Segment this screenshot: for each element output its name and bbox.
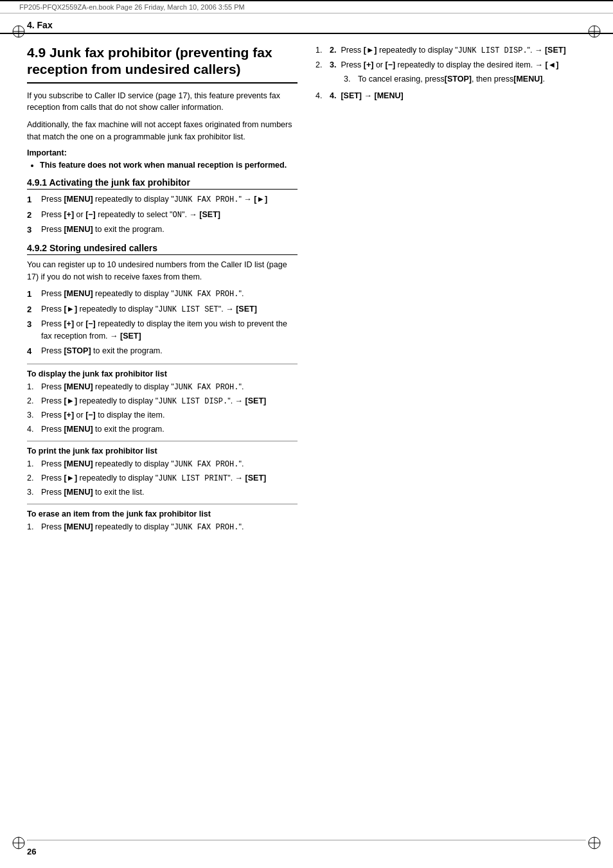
rstep-3: 3. Press [+] or [−] repeatedly to displa… [315, 59, 586, 87]
important-label: Important: [27, 148, 298, 157]
chapter-title: 4. Fax [27, 20, 53, 30]
step-2-3: Press [+] or [−] repeatedly to display t… [27, 318, 298, 342]
intro-para-1: If you subscribe to Caller ID service (p… [27, 90, 298, 114]
subsection2-intro: You can register up to 10 undesired numb… [27, 259, 298, 283]
important-list: This feature does not work when manual r… [27, 159, 298, 172]
crosshair-bottom-right [587, 836, 601, 850]
crosshair-top-right [587, 24, 601, 39]
subsection2-steps: Press [MENU] repeatedly to display "JUNK… [27, 288, 298, 357]
divider-2 [27, 441, 298, 441]
section-title: 4.9 Junk fax prohibitor (preventing fax … [27, 44, 298, 84]
subsection-4-9-1-title: 4.9.1 Activating the junk fax prohibitor [27, 177, 298, 190]
rstep-3-bullet-1: To cancel erasing, press [STOP], then pr… [344, 73, 586, 85]
erase-list-title: To erase an item from the junk fax prohi… [27, 509, 298, 518]
erase-list-steps: Press [MENU] repeatedly to display "JUNK… [27, 521, 298, 533]
step-1-2: Press [+] or [−] repeatedly to select "O… [27, 209, 298, 222]
page: FP205-PFQX2559ZA-en.book Page 26 Friday,… [0, 0, 613, 868]
print-list-title: To print the junk fax prohibitor list [27, 447, 298, 456]
step-2-1: Press [MENU] repeatedly to display "JUNK… [27, 288, 298, 301]
dstep-2: Press [►] repeatedly to display "JUNK LI… [27, 395, 298, 407]
left-column: 4.9 Junk fax prohibitor (preventing fax … [27, 44, 298, 538]
print-list-steps: Press [MENU] repeatedly to display "JUNK… [27, 458, 298, 499]
subsection1-steps: Press [MENU] repeatedly to display "JUNK… [27, 193, 298, 236]
bottom-divider [27, 840, 586, 841]
content-area: 4.9 Junk fax prohibitor (preventing fax … [0, 34, 613, 549]
step-1-1: Press [MENU] repeatedly to display "JUNK… [27, 193, 298, 206]
pstep-2: Press [►] repeatedly to display "JUNK LI… [27, 472, 298, 484]
rstep-3-bullets: To cancel erasing, press [STOP], then pr… [330, 73, 586, 85]
right-col-steps: 2. Press [►] repeatedly to display "JUNK… [315, 44, 586, 102]
crosshair-top-left [12, 24, 26, 39]
step-1-3: Press [MENU] to exit the program. [27, 224, 298, 236]
estep-1: Press [MENU] repeatedly to display "JUNK… [27, 521, 298, 533]
display-list-steps: Press [MENU] repeatedly to display "JUNK… [27, 381, 298, 436]
pstep-1: Press [MENU] repeatedly to display "JUNK… [27, 458, 298, 470]
subsection-4-9-2-title: 4.9.2 Storing undesired callers [27, 243, 298, 255]
crosshair-bottom-left [12, 836, 26, 850]
intro-para-2: Additionally, the fax machine will not a… [27, 119, 298, 143]
rstep-4: 4. [SET] → [MENU] [315, 90, 586, 102]
top-bar: FP205-PFQX2559ZA-en.book Page 26 Friday,… [0, 0, 613, 13]
divider-3 [27, 504, 298, 504]
dstep-3: Press [+] or [−] to display the item. [27, 409, 298, 421]
pstep-3: Press [MENU] to exit the list. [27, 486, 298, 499]
important-list-item: This feature does not work when manual r… [40, 159, 298, 172]
dstep-4: Press [MENU] to exit the program. [27, 423, 298, 436]
right-column: 2. Press [►] repeatedly to display "JUNK… [315, 44, 586, 538]
file-info: FP205-PFQX2559ZA-en.book Page 26 Friday,… [19, 3, 245, 11]
rstep-2: 2. Press [►] repeatedly to display "JUNK… [315, 44, 586, 57]
dstep-1: Press [MENU] repeatedly to display "JUNK… [27, 381, 298, 393]
display-list-title: To display the junk fax prohibitor list [27, 369, 298, 378]
step-2-4: Press [STOP] to exit the program. [27, 345, 298, 358]
chapter-header: 4. Fax [0, 13, 613, 34]
page-number: 26 [27, 847, 36, 856]
divider-1 [27, 364, 298, 364]
step-2-2: Press [►] repeatedly to display "JUNK LI… [27, 303, 298, 316]
